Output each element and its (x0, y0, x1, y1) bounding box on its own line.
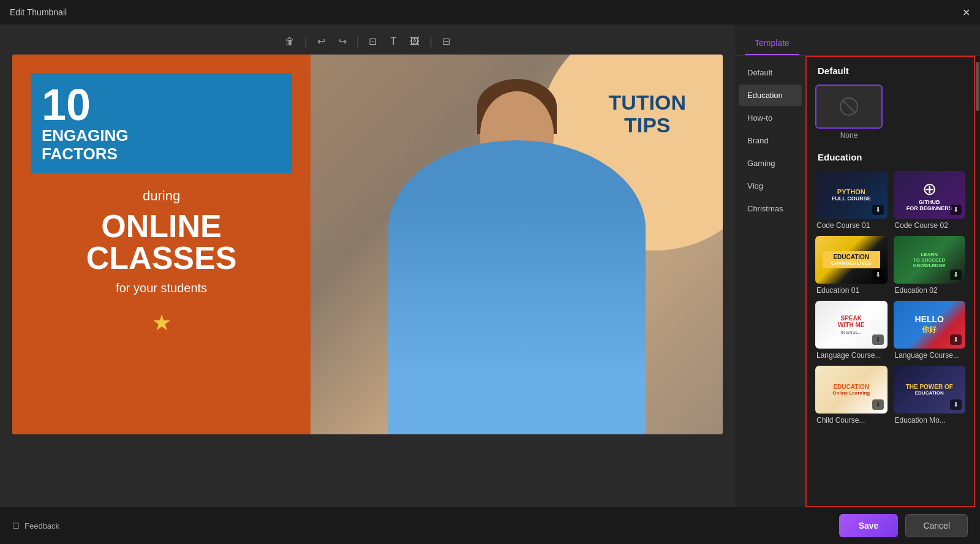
bottom-bar: ☐ Feedback Save Cancel (0, 507, 980, 544)
category-list: Default Education How-to Brand Gaming Vl… (735, 56, 805, 507)
download-badge-edu02: ⬇ (950, 270, 962, 280)
download-badge-code01: ⬇ (872, 205, 884, 215)
education-section: Education PYTHON FULL COURSE ⬇ C (813, 149, 968, 425)
feedback-label: Feedback (24, 521, 59, 531)
thumb-lang01: SPEAKWITH MEIN ENGL... ⬇ (815, 301, 888, 349)
education-section-title: Education (815, 149, 965, 165)
card-label-lang02: Language Course... (894, 351, 966, 360)
redo-button[interactable]: ↪ (335, 34, 350, 48)
star-icon: ★ (31, 310, 292, 336)
category-item-gaming[interactable]: Gaming (739, 153, 802, 174)
thumb-code01: PYTHON FULL COURSE ⬇ (815, 171, 888, 219)
tution-tips-text: TUTION TIPS (608, 91, 686, 137)
tab-bar: Template (745, 33, 970, 55)
category-item-education[interactable]: Education (739, 85, 802, 106)
thumb-lang02: HELLO你好 ⬇ (894, 301, 966, 349)
close-button[interactable]: ✕ (962, 7, 970, 18)
during-text: during (31, 188, 292, 204)
download-badge-lang01: ⬇ (872, 334, 884, 345)
thumbnail-canvas: 10 ENGAGINGFACTORS during ONLINECLASSES … (12, 55, 723, 434)
thumb-edu02: LEARNTO SUCCEEDKNOWLEDGE ⬇ (894, 236, 966, 284)
template-card-lang02[interactable]: HELLO你好 ⬇ Language Course... (894, 301, 966, 360)
github-icon: ⊕ (922, 179, 937, 198)
bottom-right-buttons: Save Cancel (839, 514, 968, 537)
no-image-icon (839, 97, 859, 116)
text-button[interactable]: T (386, 35, 400, 48)
download-badge-edu01: ⬇ (872, 270, 884, 280)
template-card-edu01[interactable]: EDUCATION CHANGES LIVES ⬇ Education 01 (815, 236, 888, 295)
template-card-lang01[interactable]: SPEAKWITH MEIN ENGL... ⬇ Language Course… (815, 301, 888, 360)
category-item-christmas[interactable]: Christmas (739, 198, 802, 219)
card-label-child02: Education Mo... (894, 416, 966, 425)
person-body (388, 140, 646, 434)
feedback-icon: ☐ (12, 521, 20, 531)
category-item-brand[interactable]: Brand (739, 130, 802, 151)
delete-button[interactable]: 🗑 (281, 35, 298, 48)
card-label-child01: Child Course... (815, 416, 888, 425)
panel-body: Default Education How-to Brand Gaming Vl… (735, 56, 980, 507)
number-text: 10 (42, 83, 281, 127)
window-title: Edit Thumbnail (10, 7, 67, 17)
image-button[interactable]: 🖼 (406, 35, 423, 48)
right-photo: TUTION TIPS (311, 55, 723, 434)
crop-button[interactable]: ⊡ (365, 34, 380, 48)
tab-template[interactable]: Template (745, 33, 799, 55)
canvas-area: 🗑 | ↩ ↪ | ⊡ T 🖼 | ⊟ 10 ENGAGINGFACTORS d… (0, 25, 735, 507)
resize-button[interactable]: ⊟ (439, 34, 454, 48)
students-text: for your students (31, 281, 292, 295)
person-area (388, 140, 646, 434)
card-label-code02: Code Course 02 (894, 221, 966, 230)
default-none-label: None (815, 131, 883, 140)
right-panel: Template Default Education How-to Brand … (735, 25, 980, 507)
panel-header: Template (735, 25, 980, 56)
card-label-edu02: Education 02 (894, 286, 966, 295)
thumbnail-inner: 10 ENGAGINGFACTORS during ONLINECLASSES … (12, 55, 723, 434)
download-badge-code02: ⬇ (950, 205, 962, 215)
photo-background: TUTION TIPS (311, 55, 723, 434)
template-card-code01[interactable]: PYTHON FULL COURSE ⬇ Code Course 01 (815, 171, 888, 230)
scrollbar-track[interactable] (975, 56, 980, 507)
category-item-howto[interactable]: How-to (739, 107, 802, 129)
default-none-button[interactable] (815, 85, 883, 129)
undo-button[interactable]: ↩ (314, 34, 329, 48)
blue-box: 10 ENGAGINGFACTORS (31, 73, 292, 173)
left-panel: 10 ENGAGINGFACTORS during ONLINECLASSES … (12, 55, 311, 434)
thumb-code02: ⊕ GITHUBFOR BEGINNERS ⬇ (894, 171, 966, 219)
template-grid: PYTHON FULL COURSE ⬇ Code Course 01 (815, 171, 965, 425)
save-button[interactable]: Save (839, 514, 899, 537)
category-item-vlog[interactable]: Vlog (739, 175, 802, 197)
default-section-title: Default (815, 63, 965, 78)
card-label-code01: Code Course 01 (815, 221, 888, 230)
template-card-edu02[interactable]: LEARNTO SUCCEEDKNOWLEDGE ⬇ Education 02 (894, 236, 966, 295)
download-badge-child01: ⬇ (872, 399, 884, 410)
sep1-icon: | (304, 35, 307, 48)
scrollbar-thumb[interactable] (976, 62, 979, 111)
download-badge-child02: ⬇ (950, 399, 962, 410)
card-label-lang01: Language Course... (815, 351, 888, 360)
default-section: Default None (813, 63, 968, 140)
engaging-text: ENGAGINGFACTORS (42, 127, 281, 164)
cancel-button[interactable]: Cancel (905, 514, 968, 537)
thumb-edu01: EDUCATION CHANGES LIVES ⬇ (815, 236, 888, 284)
online-classes-text: ONLINECLASSES (31, 210, 292, 274)
category-item-default[interactable]: Default (739, 62, 802, 83)
download-badge-lang02: ⬇ (950, 334, 962, 345)
toolbar: 🗑 | ↩ ↪ | ⊡ T 🖼 | ⊟ (0, 31, 735, 55)
thumb-child02: THE POWER OF EDUCATION ⬇ (894, 366, 966, 414)
sep2-icon: | (356, 35, 360, 48)
main-area: 🗑 | ↩ ↪ | ⊡ T 🖼 | ⊟ 10 ENGAGINGFACTORS d… (0, 25, 980, 507)
card-label-edu01: Education 01 (815, 286, 888, 295)
template-card-child01[interactable]: EDUCATION Online Learning ⬇ Child Course… (815, 366, 888, 425)
sep3-icon: | (429, 35, 432, 48)
template-grid-area: Default None Education (805, 56, 975, 507)
feedback-button[interactable]: ☐ Feedback (12, 521, 59, 531)
svg-line-1 (843, 100, 855, 113)
thumb-child01: EDUCATION Online Learning ⬇ (815, 366, 888, 414)
template-card-code02[interactable]: ⊕ GITHUBFOR BEGINNERS ⬇ Code Course 02 (894, 171, 966, 230)
template-card-child02[interactable]: THE POWER OF EDUCATION ⬇ Education Mo... (894, 366, 966, 425)
title-bar: Edit Thumbnail ✕ (0, 0, 980, 25)
